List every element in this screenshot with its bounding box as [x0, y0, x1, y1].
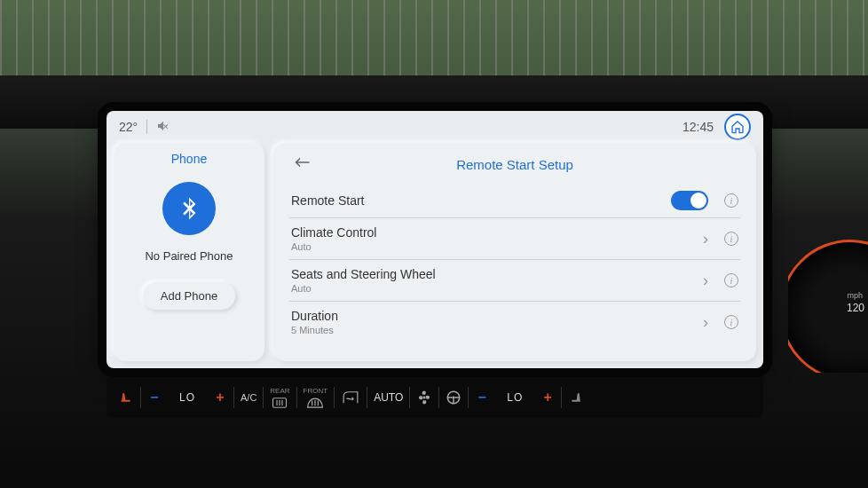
settings-panel: Remote Start Setup Remote Start i Climat… [273, 143, 756, 361]
heated-seat-right-button[interactable] [562, 390, 590, 405]
row-title: Duration [291, 309, 703, 323]
temp-down-right[interactable]: − [469, 390, 495, 405]
ambient-temperature: 22° [119, 120, 138, 134]
speed-unit: mph [847, 291, 863, 300]
row-remote-start[interactable]: Remote Start i [289, 184, 740, 218]
row-seats-steering[interactable]: Seats and Steering Wheel Auto › i [289, 260, 740, 302]
bluetooth-icon [162, 182, 216, 235]
recirculate-button[interactable] [335, 390, 367, 405]
status-bar: 22° 12:45 [107, 111, 763, 143]
temp-up-right[interactable]: + [534, 390, 561, 405]
ac-button[interactable]: A/C [234, 392, 263, 403]
right-temp: LO [507, 391, 523, 404]
info-icon[interactable]: i [724, 232, 738, 246]
phone-panel-title: Phone [171, 152, 207, 166]
rear-defrost-button[interactable]: REAR [264, 387, 296, 409]
chevron-right-icon: › [703, 313, 708, 332]
clock: 12:45 [683, 120, 714, 134]
info-icon[interactable]: i [724, 273, 738, 287]
row-title: Climate Control [291, 225, 703, 240]
row-title: Seats and Steering Wheel [291, 267, 703, 281]
mute-icon[interactable] [156, 119, 170, 136]
phone-panel: Phone No Paired Phone Add Phone [114, 143, 264, 361]
row-climate-control[interactable]: Climate Control Auto › i [289, 218, 740, 260]
auto-button[interactable]: AUTO [367, 391, 409, 404]
temp-down-left[interactable]: − [141, 390, 168, 405]
row-subtitle: Auto [291, 283, 703, 294]
climate-bar: − LO + A/C REAR FRONT AUTO − LO + [107, 377, 763, 418]
remote-start-toggle[interactable] [671, 191, 708, 210]
svg-point-2 [453, 397, 455, 399]
speed-tick: 120 [847, 302, 864, 314]
fan-button[interactable] [410, 390, 438, 405]
row-duration[interactable]: Duration 5 Minutes › i [289, 302, 740, 342]
heated-steering-button[interactable] [439, 390, 468, 405]
phone-status-text: No Paired Phone [145, 249, 233, 263]
left-temp: LO [179, 391, 195, 404]
row-subtitle: Auto [291, 241, 703, 252]
row-subtitle: 5 Minutes [291, 325, 703, 335]
info-icon[interactable]: i [724, 193, 738, 208]
chevron-right-icon: › [703, 272, 708, 290]
settings-title: Remote Start Setup [289, 157, 740, 172]
temp-up-left[interactable]: + [207, 390, 233, 405]
instrument-cluster: mph 120 [788, 231, 868, 373]
infotainment-screen: 22° 12:45 Phone No Paired Phone Add Phon… [107, 111, 763, 368]
front-defrost-button[interactable]: FRONT [297, 387, 335, 409]
chevron-right-icon: › [703, 230, 708, 248]
home-button[interactable] [724, 114, 751, 140]
info-icon[interactable]: i [724, 315, 738, 329]
heated-seat-left-button[interactable] [112, 390, 140, 405]
add-phone-button[interactable]: Add Phone [143, 282, 235, 310]
divider [146, 120, 147, 134]
row-title: Remote Start [291, 193, 671, 208]
